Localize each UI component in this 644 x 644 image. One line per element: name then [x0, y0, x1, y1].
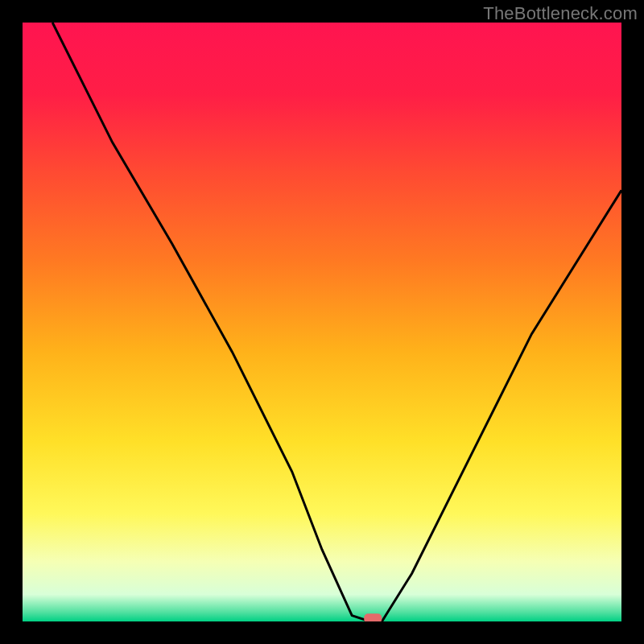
optimum-marker	[364, 613, 382, 621]
bottleneck-plot	[23, 23, 621, 621]
plot-area	[23, 23, 621, 621]
chart-frame: TheBottleneck.com	[0, 0, 644, 644]
watermark-label: TheBottleneck.com	[483, 3, 638, 24]
gradient-background	[23, 23, 621, 621]
